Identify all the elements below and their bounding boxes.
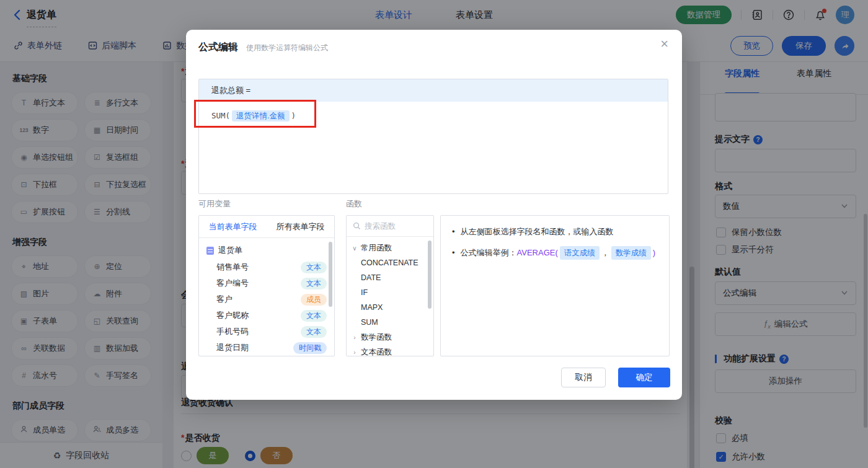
type-tag: 成员: [301, 294, 327, 306]
variable-row[interactable]: 退货日期时间戳: [199, 340, 334, 356]
function-group-common[interactable]: ∨常用函数: [347, 241, 433, 255]
modal-subtitle: 使用数学运算符编辑公式: [246, 43, 328, 53]
tab-current-form-fields[interactable]: 当前表单字段: [199, 216, 267, 237]
variable-row[interactable]: 客户成员: [199, 291, 334, 307]
variable-row[interactable]: 客户编号文本: [199, 275, 334, 291]
close-icon[interactable]: ×: [660, 37, 668, 51]
example-chip: 数学成绩: [611, 246, 651, 260]
formula-editor[interactable]: 退款总额 = SUM(退货详情.金额): [198, 79, 668, 194]
variables-root-node[interactable]: 退货单: [199, 242, 334, 259]
tips-panel: •从左侧面板选择字段名和函数，或输入函数 • 公式编辑举例： AVERAGE( …: [440, 215, 670, 356]
variable-row[interactable]: 销售单号文本: [199, 259, 334, 275]
tab-all-form-fields[interactable]: 所有表单字段: [267, 216, 334, 237]
functions-panel: ∨常用函数 CONCATENATE DATE IF MAPX SUM ›数学函数…: [346, 215, 434, 356]
formula-target-bar: 退款总额 =: [199, 79, 668, 102]
function-group-math[interactable]: ›数学函数: [347, 330, 433, 345]
function-item[interactable]: CONCATENATE: [347, 255, 433, 270]
function-search[interactable]: [347, 216, 433, 237]
field-chip[interactable]: 退货详情.金额: [232, 110, 289, 121]
variables-label: 可用变量: [198, 198, 231, 210]
tip-line-1: •从左侧面板选择字段名和函数，或输入函数: [452, 226, 658, 238]
functions-label: 函数: [346, 198, 362, 210]
chevron-collapsed-icon: ›: [352, 349, 358, 356]
function-search-input[interactable]: [365, 222, 427, 231]
variables-scrollbar[interactable]: [329, 242, 332, 307]
variables-panel: 当前表单字段 所有表单字段 退货单 销售单号文本 客户编号文本 客户成员 客户昵…: [198, 215, 335, 356]
modal-title: 公式编辑: [198, 41, 238, 54]
tip-line-2: • 公式编辑举例： AVERAGE( 语文成绩 ， 数学成绩 ): [452, 246, 658, 260]
variable-row[interactable]: 客户昵称文本: [199, 307, 334, 324]
type-tag: 文本: [301, 326, 327, 338]
type-tag: 文本: [301, 278, 327, 289]
example-function-name: AVERAGE(: [517, 247, 558, 259]
function-item[interactable]: MAPX: [347, 300, 433, 315]
type-tag: 时间戳: [293, 342, 327, 354]
search-icon: [353, 222, 361, 230]
formula-edit-modal: 公式编辑 使用数学运算符编辑公式 × 退款总额 = SUM(退货详情.金额) 可…: [186, 30, 682, 400]
confirm-button[interactable]: 确定: [618, 368, 670, 387]
example-chip: 语文成绩: [560, 246, 600, 260]
function-item[interactable]: SUM: [347, 315, 433, 330]
cancel-button[interactable]: 取消: [561, 368, 606, 387]
formula-expression[interactable]: SUM(退货详情.金额): [199, 102, 668, 131]
chevron-collapsed-icon: ›: [352, 334, 358, 341]
functions-scrollbar[interactable]: [428, 241, 432, 309]
variable-row[interactable]: 手机号码文本: [199, 324, 334, 340]
function-item[interactable]: DATE: [347, 270, 433, 285]
type-tag: 文本: [301, 262, 327, 273]
type-tag: 文本: [301, 310, 327, 322]
app-root: 退货单 表单设计 表单设置 数据管理 理: [0, 0, 868, 468]
function-item[interactable]: IF: [347, 285, 433, 300]
function-group-text[interactable]: ›文本函数: [347, 345, 433, 356]
chevron-expanded-icon: ∨: [352, 245, 358, 252]
form-doc-icon: [206, 247, 214, 255]
